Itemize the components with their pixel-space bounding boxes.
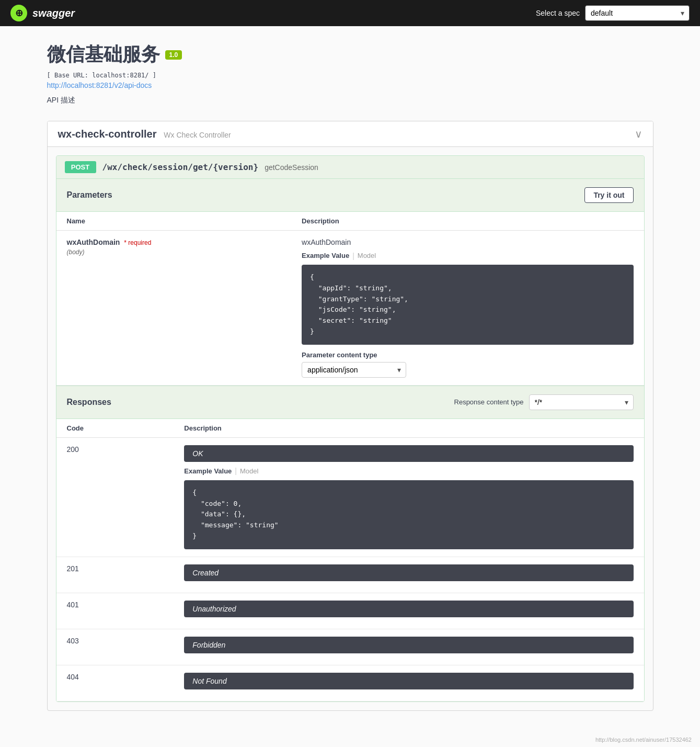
api-docs-link[interactable]: http://localhost:8281/v2/api-docs	[47, 81, 152, 89]
param-in: (body)	[67, 248, 281, 256]
response-content-type-select[interactable]: */*	[529, 394, 634, 410]
response-description-box: Forbidden	[184, 637, 633, 653]
responses-table-header: Code Description	[56, 419, 644, 438]
response-tab-divider: |	[235, 467, 237, 475]
response-content-type-area: Response content type */*	[454, 394, 634, 410]
responses-col-description: Description	[174, 419, 644, 438]
response-description-cell: Created	[174, 557, 644, 593]
response-row: 403Forbidden	[56, 629, 644, 665]
response-description-cell: Forbidden	[174, 629, 644, 665]
spec-label: Select a spec	[536, 9, 580, 17]
endpoint-block: POST /wx/check/session/get/{version} get…	[56, 155, 645, 702]
response-description-box: OK	[184, 445, 633, 462]
example-value-tab[interactable]: Example Value	[302, 251, 349, 261]
response-code: 401	[67, 601, 79, 609]
param-row: wxAuthDomain * required (body) wxAuthDom…	[56, 231, 644, 386]
response-code-cell: 200	[56, 437, 174, 557]
endpoint-header[interactable]: POST /wx/check/session/get/{version} get…	[56, 156, 644, 179]
model-tab[interactable]: Model	[358, 251, 376, 261]
response-model-tab[interactable]: Model	[240, 466, 258, 476]
logo-area: ⊕ swagger	[10, 5, 75, 21]
controller-subtitle: Wx Check Controller	[164, 131, 231, 139]
params-col-description: Description	[291, 212, 644, 231]
responses-section: Responses Response content type */* Code	[56, 386, 644, 701]
response-content-type-wrapper[interactable]: */*	[529, 394, 634, 410]
try-it-out-button[interactable]: Try it out	[584, 187, 633, 203]
response-code-block: { "code": 0, "data": {}, "message": "str…	[184, 480, 633, 549]
param-code-block: { "appId": "string", "grantType": "strin…	[302, 265, 633, 345]
api-info: 微信基础服务 1.0 [ Base URL: localhost:8281/ ]…	[47, 42, 653, 105]
chevron-down-icon: ∨	[635, 128, 642, 140]
version-badge: 1.0	[165, 50, 182, 60]
controller-name: wx-check-controller	[58, 128, 157, 140]
response-code: 200	[67, 445, 79, 454]
parameters-table: Name Description wxAuthDomain * required	[56, 212, 644, 386]
controller-section: wx-check-controller Wx Check Controller …	[47, 121, 653, 711]
controller-title-area: wx-check-controller Wx Check Controller	[58, 128, 231, 140]
param-description: wxAuthDomain	[302, 238, 633, 246]
api-title-row: 微信基础服务 1.0	[47, 42, 653, 67]
tab-divider: |	[352, 252, 354, 260]
footer-url: http://blog.csdn.net/ainuser/17532462	[595, 737, 692, 737]
response-description-box: Unauthorized	[184, 601, 633, 617]
responses-title: Responses	[67, 398, 111, 407]
spec-select-wrapper[interactable]: default	[585, 5, 690, 21]
api-description: API 描述	[47, 96, 653, 105]
response-row: 404Not Found	[56, 665, 644, 701]
response-row: 401Unauthorized	[56, 593, 644, 629]
spec-selector-area: Select a spec default	[536, 5, 690, 21]
response-content-type-label: Response content type	[454, 398, 524, 406]
content-type-select-wrapper[interactable]: application/json	[302, 362, 406, 378]
api-title: 微信基础服务	[47, 42, 160, 67]
response-code-cell: 403	[56, 629, 174, 665]
endpoint-summary: getCodeSession	[265, 163, 318, 172]
response-description-cell: OKExample Value|Model{ "code": 0, "data"…	[174, 437, 644, 557]
responses-table: Code Description 200OKExample Value|Mode…	[56, 419, 644, 701]
main-content: 微信基础服务 1.0 [ Base URL: localhost:8281/ ]…	[37, 26, 664, 737]
response-example-tabs: Example Value|Model	[184, 466, 633, 476]
param-name-area: wxAuthDomain * required	[67, 238, 281, 246]
brand-name: swagger	[32, 7, 75, 19]
response-code: 404	[67, 673, 79, 681]
response-description-box: Not Found	[184, 673, 633, 689]
param-name-cell: wxAuthDomain * required (body)	[56, 231, 292, 386]
base-url: [ Base URL: localhost:8281/ ]	[47, 72, 653, 79]
response-description-cell: Not Found	[174, 665, 644, 701]
endpoint-body: Parameters Try it out Name Description	[56, 179, 644, 701]
response-code-cell: 401	[56, 593, 174, 629]
spec-select[interactable]: default	[585, 5, 690, 21]
params-col-name: Name	[56, 212, 292, 231]
response-code: 403	[67, 637, 79, 645]
response-code: 201	[67, 564, 79, 573]
example-value-tabs: Example Value | Model	[302, 251, 633, 261]
method-badge: POST	[65, 161, 96, 173]
responses-tbody: 200OKExample Value|Model{ "code": 0, "da…	[56, 437, 644, 701]
controller-header[interactable]: wx-check-controller Wx Check Controller …	[48, 121, 653, 147]
response-code-cell: 201	[56, 557, 174, 593]
parameters-title: Parameters	[67, 190, 112, 200]
response-row: 201Created	[56, 557, 644, 593]
top-header: ⊕ swagger Select a spec default	[0, 0, 700, 26]
response-description-cell: Unauthorized	[174, 593, 644, 629]
responses-col-code: Code	[56, 419, 174, 438]
params-table-header: Name Description	[56, 212, 644, 231]
response-code-cell: 404	[56, 665, 174, 701]
parameters-section-header: Parameters Try it out	[56, 179, 644, 212]
endpoint-path: /wx/check/session/get/{version}	[102, 162, 259, 172]
param-required-label: required	[128, 239, 151, 246]
swagger-logo-icon: ⊕	[10, 5, 27, 21]
param-description-cell: wxAuthDomain Example Value | Model { "ap…	[291, 231, 644, 386]
content-type-label: Parameter content type	[302, 351, 633, 359]
responses-header: Responses Response content type */*	[56, 386, 644, 419]
response-row: 200OKExample Value|Model{ "code": 0, "da…	[56, 437, 644, 557]
content-type-select[interactable]: application/json	[302, 362, 406, 378]
param-name: wxAuthDomain	[67, 238, 120, 246]
response-example-value-tab[interactable]: Example Value	[184, 466, 232, 476]
response-description-box: Created	[184, 564, 633, 581]
